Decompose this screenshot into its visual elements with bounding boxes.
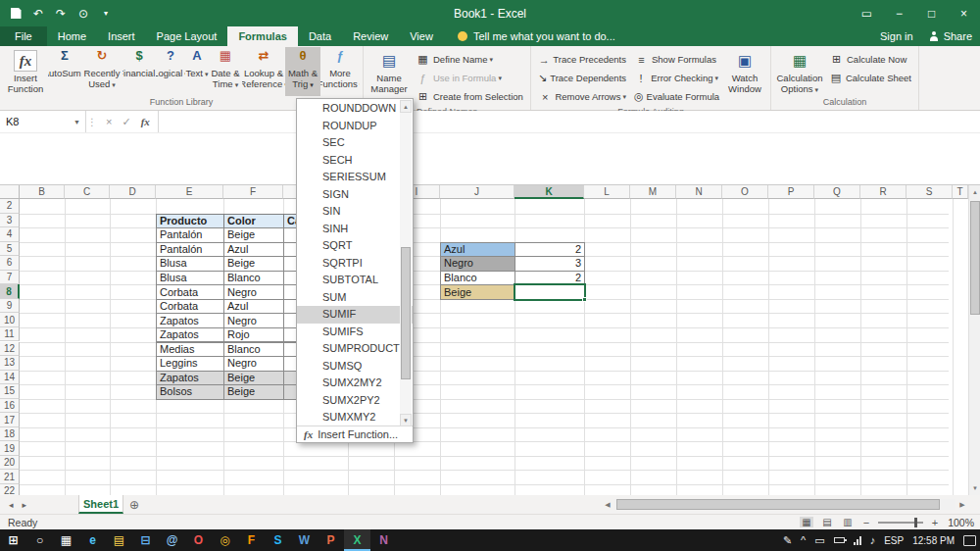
row-header-4[interactable]: 4 (0, 227, 20, 242)
cell-j5[interactable]: Azul (440, 242, 515, 258)
cell-e10[interactable]: Zapatos (156, 313, 224, 328)
zoom-slider-thumb[interactable] (914, 518, 917, 527)
tab-view[interactable]: View (399, 26, 444, 46)
formula-bar-drag-handle[interactable]: ⋮ (86, 111, 98, 132)
row-header-10[interactable]: 10 (0, 313, 20, 327)
column-header-b[interactable]: B (20, 185, 65, 199)
column-header-r[interactable]: R (860, 185, 906, 199)
row-header-16[interactable]: 16 (0, 399, 20, 414)
ribbon-trace-precedents-button[interactable]: →Trace Precedents (534, 50, 630, 69)
v-scroll-thumb[interactable] (970, 201, 980, 315)
ribbon-evaluate-formula-button[interactable]: ◎Evaluate Formula (630, 87, 722, 106)
cell-f10[interactable]: Negro (223, 313, 284, 328)
share-button[interactable]: Share (929, 30, 972, 42)
ribbon-show-formulas-button[interactable]: ≡Show Formulas (630, 50, 722, 69)
menu-item-sumifs[interactable]: SUMIFS (297, 324, 413, 341)
row-header-11[interactable]: 11 (0, 327, 20, 342)
cell-f15[interactable]: Beige (223, 384, 284, 400)
scroll-up-button[interactable]: ▲ (969, 185, 980, 199)
ribbon-more-functions-button[interactable]: ƒMore Functions▾ (320, 47, 360, 96)
redo-button[interactable]: ↷ (55, 6, 67, 22)
row-header-17[interactable]: 17 (0, 413, 20, 427)
cell-f13[interactable]: Negro (223, 356, 284, 372)
store-icon[interactable]: ⊟ (132, 529, 159, 551)
h-scroll-thumb[interactable] (616, 499, 940, 510)
cell-f5[interactable]: Azul (223, 242, 284, 258)
zoom-out-button[interactable]: − (861, 517, 871, 528)
row-header-5[interactable]: 5 (0, 242, 20, 257)
file-explorer-icon[interactable]: ▤ (106, 529, 132, 551)
powerpoint-icon[interactable]: P (318, 529, 344, 551)
tab-formulas[interactable]: Formulas (227, 26, 298, 46)
ribbon-create-from-selection-button[interactable]: ⊞Create from Selection (412, 87, 527, 106)
scroll-left-button[interactable]: ◀ (603, 501, 612, 509)
cell-e13[interactable]: Leggins (156, 356, 224, 372)
onenote-icon[interactable]: N (370, 529, 397, 551)
touch-keyboard-icon[interactable]: ▭ (814, 534, 824, 547)
vertical-scrollbar[interactable]: ▲ ▼ (968, 185, 980, 495)
cell-k5[interactable]: 2 (514, 242, 585, 258)
cell-e4[interactable]: Pantalón (156, 227, 224, 243)
ribbon-recently-used-button[interactable]: ↻Recently Used▾ (81, 47, 122, 96)
menu-item-sumproduct[interactable]: SUMPRODUCT (297, 340, 413, 358)
column-header-e[interactable]: E (156, 185, 223, 199)
ribbon-remove-arrows-button[interactable]: ×Remove Arrows▾ (534, 87, 630, 106)
cell-e8[interactable]: Corbata (156, 284, 224, 300)
tab-sheet1[interactable]: Sheet1 (78, 495, 123, 514)
menu-item-sec[interactable]: SEC (297, 134, 413, 152)
firefox-icon[interactable]: F (238, 529, 265, 551)
ribbon-trace-dependents-button[interactable]: ↘Trace Dependents (534, 69, 630, 87)
tab-file[interactable]: File (0, 26, 47, 46)
ribbon-define-name-button[interactable]: ▦Define Name▾ (412, 50, 527, 69)
menu-item-sech[interactable]: SECH (297, 152, 413, 170)
ribbon-calculate-now-button[interactable]: ⊞Calculate Now (825, 50, 915, 69)
row-header-8[interactable]: 8 (0, 284, 20, 299)
menu-scroll-thumb[interactable] (401, 247, 411, 379)
calculation-options-button[interactable]: ▦ Calculation Options▾ (774, 47, 825, 96)
search-button[interactable]: ○ (26, 529, 53, 551)
column-header-p[interactable]: P (768, 185, 814, 199)
column-header-f[interactable]: F (223, 185, 283, 199)
tab-review[interactable]: Review (342, 26, 399, 46)
zoom-level[interactable]: 100% (947, 517, 974, 528)
ribbon-lookup-reference-button[interactable]: ⇄Lookup & Reference▾ (242, 47, 285, 96)
pen-icon[interactable]: ✎ (783, 534, 792, 547)
fill-handle[interactable] (582, 297, 587, 302)
menu-item-sqrtpi[interactable]: SQRTPI (297, 255, 413, 273)
start-button[interactable]: ⊞ (0, 529, 26, 551)
column-header-k[interactable]: K (514, 185, 584, 199)
mail-icon[interactable]: @ (159, 529, 185, 551)
name-box[interactable]: K8 ▼ (0, 111, 86, 132)
cell-f11[interactable]: Rojo (223, 327, 284, 343)
maximize-button[interactable]: □ (915, 0, 948, 26)
insert-function-ribbon-button[interactable]: fx Insert Function (3, 47, 48, 96)
close-button[interactable]: × (948, 0, 980, 26)
save-button[interactable] (10, 6, 22, 22)
action-center-icon[interactable] (963, 535, 976, 546)
cell-e7[interactable]: Blusa (156, 271, 224, 286)
cell-e5[interactable]: Pantalón (156, 242, 224, 258)
cell-e12[interactable]: Medias (156, 342, 224, 358)
scroll-right-button[interactable]: ▶ (957, 501, 967, 509)
sign-in-link[interactable]: Sign in (880, 30, 913, 42)
row-header-14[interactable]: 14 (0, 371, 20, 385)
column-header-n[interactable]: N (676, 185, 722, 199)
row-header-22[interactable]: 22 (0, 484, 20, 495)
sheet-nav-left[interactable]: ◂ (9, 500, 14, 510)
zoom-slider[interactable] (878, 522, 923, 524)
cell-f3[interactable]: Color (223, 214, 284, 229)
ribbon-autosum-button[interactable]: ΣAutoSum▾ (48, 47, 81, 96)
row-header-21[interactable]: 21 (0, 470, 20, 484)
menu-scroll-up[interactable]: ▲ (400, 100, 412, 113)
cell-j7[interactable]: Blanco (440, 271, 515, 286)
task-view-button[interactable]: ▦ (53, 529, 79, 551)
cell-k6[interactable]: 3 (514, 256, 585, 272)
cell-f8[interactable]: Negro (223, 284, 284, 300)
browser-red-icon[interactable]: O (185, 529, 212, 551)
excel-icon[interactable]: X (344, 529, 370, 551)
menu-item-subtotal[interactable]: SUBTOTAL (297, 272, 413, 289)
menu-item-sinh[interactable]: SINH (297, 221, 413, 238)
touch-mode-button[interactable]: ⊙ (77, 6, 89, 22)
word-icon[interactable]: W (291, 529, 318, 551)
row-header-6[interactable]: 6 (0, 256, 20, 271)
